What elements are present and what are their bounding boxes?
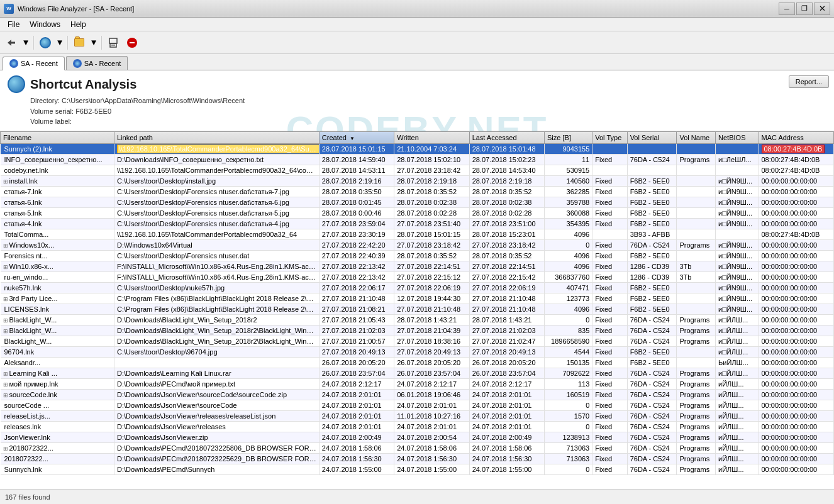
expand-icon[interactable]: ⊞ xyxy=(3,381,8,388)
table-row[interactable]: статья-6.lnk C:\Users\toor\Desktop\Foren… xyxy=(1,197,834,207)
cell-last-accessed: 28.07.2018 0:02:28 xyxy=(469,207,544,218)
expand-icon[interactable]: ⊞ xyxy=(3,178,8,185)
folder-dropdown[interactable]: ▼ xyxy=(89,35,98,51)
expand-icon[interactable]: ⊞ xyxy=(3,371,8,377)
table-row[interactable]: nuke57h.lnk C:\Users\toor\Desktop\nuke57… xyxy=(1,282,834,293)
cell-linked-path: D:\Downloads\JsonViewer\releases xyxy=(114,421,319,432)
col-netbios[interactable]: NetBIOS xyxy=(716,131,759,143)
menu-file[interactable]: File xyxy=(3,19,25,30)
print-button[interactable] xyxy=(104,35,122,51)
table-row[interactable]: ⊞Windows10x... D:\Windows10x64Virtual 27… xyxy=(1,239,834,250)
col-written[interactable]: Written xyxy=(394,131,469,143)
table-row[interactable]: TotalComma... \\192.168.10.165\TotalComm… xyxy=(1,229,834,239)
table-row[interactable]: ⊞install.lnk C:\Users\toor\Desktop\insta… xyxy=(1,175,834,186)
cell-filename: ⊞2018072322... xyxy=(1,442,114,453)
cell-vol-name: Programs xyxy=(677,389,716,400)
table-row[interactable]: статья-5.lnk C:\Users\toor\Desktop\Foren… xyxy=(1,207,834,218)
table-row[interactable]: Forensics nt... C:\Users\toor\Desktop\Fo… xyxy=(1,250,834,261)
folder-button[interactable] xyxy=(70,35,88,51)
table-row[interactable]: sourceCode ... D:\Downloads\JsonViewer\s… xyxy=(1,400,834,410)
expand-icon[interactable]: ⊞ xyxy=(3,296,8,302)
col-mac[interactable]: MAC Address xyxy=(759,131,834,143)
table-row[interactable]: LICENSES.lnk C:\Program Files (x86)\Blac… xyxy=(1,304,834,314)
cell-vol-type xyxy=(592,143,627,154)
expand-icon[interactable]: ⊞ xyxy=(3,392,8,398)
expand-icon[interactable]: ⊞ xyxy=(3,243,8,249)
table-row[interactable]: releases.lnk D:\Downloads\JsonViewer\rel… xyxy=(1,421,834,432)
refresh-button[interactable] xyxy=(36,35,54,51)
table-row[interactable]: Sunnych.lnk D:\Downloads\PECmd\Sunnych 2… xyxy=(1,464,834,474)
cell-filename: ⊞BlackLight_W... xyxy=(1,314,114,325)
table-row[interactable]: 96704.lnk C:\Users\toor\Desktop\96704.jp… xyxy=(1,346,834,357)
expand-icon[interactable]: ⊞ xyxy=(3,446,8,452)
cell-vol-type: Fixed xyxy=(592,464,627,474)
table-row[interactable]: статья-7.lnk C:\Users\toor\Desktop\Foren… xyxy=(1,186,834,197)
cell-size: 530915 xyxy=(545,165,592,175)
table-row[interactable]: ru-en_windo... F:\INSTALL\_Microsoft\Win… xyxy=(1,271,834,282)
table-row[interactable]: статья-4.lnk C:\Users\toor\Desktop\Foren… xyxy=(1,218,834,229)
col-vol-type[interactable]: Vol Type xyxy=(592,131,627,143)
stop-button[interactable] xyxy=(123,35,141,51)
minimize-button[interactable]: ─ xyxy=(779,3,795,15)
cell-size: 113 xyxy=(545,378,592,389)
table-row[interactable]: ⊞3rd Party Lice... C:\Program Files (x86… xyxy=(1,293,834,304)
cell-last-accessed: 28.07.2018 2:19:18 xyxy=(469,175,544,186)
expand-icon[interactable]: ⊞ xyxy=(3,328,8,334)
table-row[interactable]: BlackLight_W... D:\Downloads\BlackLight_… xyxy=(1,336,834,346)
cell-netbios: иЙЛШ... xyxy=(716,378,759,389)
cell-linked-path: D:\Downloads\BlackLight_Win_Setup_2018r2… xyxy=(114,336,319,346)
menu-windows[interactable]: Windows xyxy=(25,19,65,30)
close-button[interactable]: ✕ xyxy=(814,3,830,15)
table-row[interactable]: releaseList.js... D:\Downloads\JsonViewe… xyxy=(1,410,834,421)
table-row[interactable]: ⊞мой пример.lnk D:\Downloads\PECmd\мой п… xyxy=(1,378,834,389)
cell-last-accessed: 26.07.2018 20:05:20 xyxy=(469,357,544,368)
tab-icon-1 xyxy=(9,59,18,68)
tab-sa-recent-2[interactable]: SA - Recent xyxy=(66,56,128,70)
cell-written: 27.07.2018 18:38:16 xyxy=(394,336,469,346)
refresh-dropdown[interactable]: ▼ xyxy=(55,35,64,51)
table-row[interactable]: JsonViewer.lnk D:\Downloads\JsonViewer.z… xyxy=(1,432,834,442)
col-last-accessed[interactable]: Last Accessed xyxy=(469,131,544,143)
cell-filename: статья-6.lnk xyxy=(1,197,114,207)
table-row[interactable]: ⊞2018072322... D:\Downloads\PECmd\201807… xyxy=(1,442,834,453)
restore-button[interactable]: ❐ xyxy=(796,3,813,15)
cell-last-accessed: 27.07.2018 21:02:47 xyxy=(469,336,544,346)
cell-linked-path: D:\Downloads\PECmd\мой пример.txt xyxy=(114,378,319,389)
table-row[interactable]: Sunnych (2).lnk \\192.168.10.165\TotalCo… xyxy=(1,143,834,154)
table-row[interactable]: Aleksandr... 26.07.2018 20:05:20 26.07.2… xyxy=(1,357,834,368)
cell-linked-path: C:\Users\toor\Desktop\nuke57h.jpg xyxy=(114,282,319,293)
report-button[interactable]: Report... xyxy=(789,75,829,88)
col-vol-serial[interactable]: Vol Serial xyxy=(627,131,677,143)
cell-created: 28.07.2018 0:01:45 xyxy=(319,197,394,207)
table-row[interactable]: 2018072322... D:\Downloads\PECmd\2018072… xyxy=(1,453,834,464)
col-vol-name[interactable]: Vol Name xyxy=(677,131,716,143)
cell-last-accessed: 27.07.2018 22:06:19 xyxy=(469,282,544,293)
cell-created: 28.07.2018 15:01:15 xyxy=(319,143,394,154)
expand-icon[interactable]: ⊞ xyxy=(3,317,8,324)
cell-linked-path: C:\Users\toor\Desktop\96704.jpg xyxy=(114,346,319,357)
table-row[interactable]: INFO_совершенно_секретно... D:\Downloads… xyxy=(1,154,834,165)
tab-sa-recent-1[interactable]: SA - Recent xyxy=(3,57,65,70)
col-size[interactable]: Size [B] xyxy=(545,131,592,143)
table-row[interactable]: codeby.net.lnk \\192.168.10.165\TotalCom… xyxy=(1,165,834,175)
cell-mac: 00:00:00:00:00:00 xyxy=(759,250,834,261)
menu-help[interactable]: Help xyxy=(65,19,91,30)
col-filename[interactable]: Filename xyxy=(1,131,114,143)
cell-mac: 00:00:00:00:00:00 xyxy=(759,378,834,389)
table-row[interactable]: ⊞sourceCode.lnk D:\Downloads\JsonViewer\… xyxy=(1,389,834,400)
table-row[interactable]: ⊞Learning Kali ... D:\Downloads\Learning… xyxy=(1,368,834,378)
dropdown-btn[interactable]: ▼ xyxy=(21,35,30,51)
expand-icon[interactable]: ⊞ xyxy=(3,264,8,270)
cell-vol-serial: 76DA - C524 xyxy=(627,453,677,464)
cell-written: 28.07.2018 0:35:52 xyxy=(394,186,469,197)
cell-created: 26.07.2018 20:05:20 xyxy=(319,357,394,368)
table-row[interactable]: ⊞BlackLight_W... D:\Downloads\BlackLight… xyxy=(1,325,834,336)
table-container[interactable]: Filename Linked path Created ▼ Written L… xyxy=(0,131,834,490)
cell-mac: 00:00:00:00:00:00 xyxy=(759,357,834,368)
table-row[interactable]: ⊞Win10.x86-x... F:\INSTALL\_Microsoft\Wi… xyxy=(1,261,834,271)
cell-written: 24.07.2018 1:55:00 xyxy=(394,464,469,474)
col-created[interactable]: Created ▼ xyxy=(319,131,394,143)
col-linked-path[interactable]: Linked path xyxy=(114,131,319,143)
table-row[interactable]: ⊞BlackLight_W... D:\Downloads\BlackLight… xyxy=(1,314,834,325)
back-button[interactable] xyxy=(3,35,20,51)
